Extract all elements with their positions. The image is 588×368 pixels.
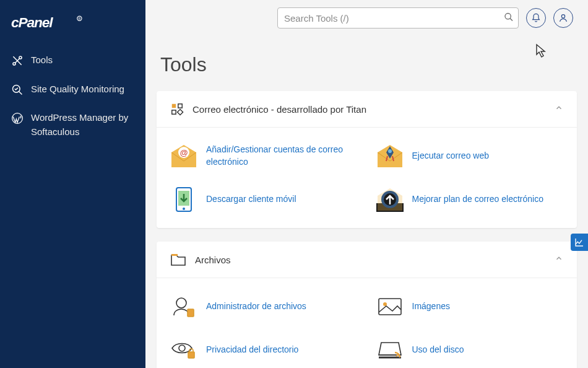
search-wrapper — [277, 7, 519, 28]
wordpress-icon — [11, 112, 24, 125]
bell-icon — [531, 13, 541, 23]
image-icon — [376, 293, 404, 320]
user-icon — [558, 13, 568, 23]
svg-rect-13 — [172, 104, 176, 108]
panel-header-email[interactable]: Correo electrónico - desarrollado por Ti… — [157, 91, 577, 128]
tool-label: Privacidad del directorio — [206, 344, 298, 356]
search-input[interactable] — [277, 7, 519, 28]
cpanel-logo-icon: cPanel R — [11, 14, 85, 32]
upgrade-arrow-icon — [376, 186, 404, 213]
tools-icon — [11, 55, 24, 67]
panel-title: Correo electrónico - desarrollado por Ti… — [192, 104, 555, 115]
folder-icon — [170, 253, 186, 266]
svg-rect-16 — [178, 110, 183, 115]
svg-point-10 — [505, 14, 511, 19]
sidebar-item-label: Tools — [31, 53, 134, 68]
tool-label: Imágenes — [412, 300, 450, 313]
stats-tab-button[interactable] — [571, 234, 588, 251]
top-header — [145, 0, 588, 36]
svg-text:cPanel: cPanel — [11, 14, 53, 30]
chart-line-icon — [574, 237, 584, 247]
chevron-up-icon — [555, 103, 563, 115]
svg-line-11 — [510, 19, 512, 21]
tool-webmail[interactable]: Ejecutar correo web — [371, 138, 569, 175]
file-user-icon — [170, 293, 197, 320]
panel-email: Correo electrónico - desarrollado por Ti… — [157, 91, 577, 228]
panel-header-files[interactable]: Archivos — [157, 242, 577, 278]
svg-text:@: @ — [180, 148, 188, 157]
tool-label: Descargar cliente móvil — [206, 193, 296, 206]
panel-body-email: @ Añadir/Gestionar cuentas de correo ele… — [157, 128, 577, 228]
email-rocket-icon — [376, 142, 404, 170]
chevron-up-icon — [555, 254, 563, 265]
svg-point-6 — [19, 56, 22, 59]
phone-download-icon — [170, 186, 197, 213]
tool-manage-email[interactable]: @ Añadir/Gestionar cuentas de correo ele… — [165, 138, 363, 175]
email-at-icon: @ — [170, 142, 197, 170]
sidebar: cPanel R Tools Site Quality Monitoring — [0, 0, 145, 368]
tool-upgrade-email[interactable]: Mejorar plan de correo electrónico — [371, 181, 569, 218]
disk-usage-icon — [376, 336, 404, 364]
svg-point-12 — [561, 15, 564, 18]
page-title: Tools — [145, 36, 588, 91]
svg-point-27 — [176, 298, 186, 308]
notifications-button[interactable] — [526, 8, 546, 28]
tool-file-manager[interactable]: Administrador de archivos — [165, 288, 363, 325]
svg-line-8 — [19, 91, 22, 94]
main-content: Tools Correo electrónico - desarrollado … — [145, 0, 588, 368]
sidebar-item-label: WordPress Manager by Softaculous — [31, 111, 134, 139]
tool-images[interactable]: Imágenes — [371, 288, 569, 325]
apps-grid-icon — [170, 102, 184, 116]
svg-point-22 — [183, 208, 185, 210]
sidebar-item-wordpress[interactable]: WordPress Manager by Softaculous — [0, 103, 145, 146]
svg-rect-28 — [188, 309, 194, 317]
sidebar-item-label: Site Quality Monitoring — [31, 82, 134, 97]
tool-label: Administrador de archivos — [206, 300, 306, 313]
svg-rect-14 — [178, 104, 182, 108]
svg-rect-26 — [171, 254, 178, 256]
panel-files: Archivos Administrador de archivos — [157, 242, 577, 368]
tool-disk-usage[interactable]: Uso del disco — [371, 331, 569, 368]
brand-logo: cPanel R — [0, 0, 145, 46]
svg-point-31 — [179, 345, 185, 351]
svg-text:R: R — [78, 17, 80, 20]
tool-label: Mejorar plan de correo electrónico — [412, 193, 543, 206]
search-icon — [504, 12, 514, 22]
tool-label: Uso del disco — [412, 344, 464, 356]
tool-directory-privacy[interactable]: Privacidad del directorio — [165, 331, 363, 368]
tool-mobile-client[interactable]: Descargar cliente móvil — [165, 181, 363, 218]
tool-label: Ejecutar correo web — [412, 150, 490, 162]
magnify-check-icon — [11, 84, 24, 96]
user-menu-button[interactable] — [553, 8, 573, 28]
svg-point-5 — [13, 63, 15, 65]
sidebar-item-site-quality[interactable]: Site Quality Monitoring — [0, 75, 145, 104]
svg-point-19 — [388, 149, 392, 153]
svg-line-35 — [396, 354, 399, 356]
tool-label: Añadir/Gestionar cuentas de correo elect… — [206, 144, 358, 168]
sidebar-item-tools[interactable]: Tools — [0, 46, 145, 75]
svg-rect-15 — [172, 110, 176, 114]
panel-title: Archivos — [195, 255, 555, 265]
search-button[interactable] — [504, 12, 514, 24]
panel-body-files: Administrador de archivos Imágenes — [157, 278, 577, 368]
eye-lock-icon — [170, 336, 197, 364]
svg-rect-32 — [188, 352, 194, 358]
